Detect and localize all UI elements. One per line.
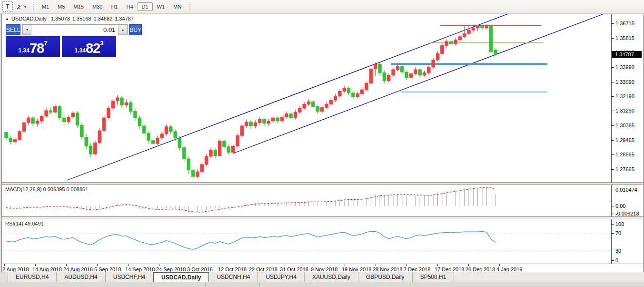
rsi-axis-label: 100 (615, 221, 624, 227)
macd-pane: MACD(12,26,9) 0.006395 0.008861 (2, 185, 611, 216)
timeframe-button-m1[interactable]: M1 (38, 2, 53, 11)
date-axis-label: 7 Dec 2018 (404, 266, 430, 272)
price-axis-label: 1.35815 (615, 35, 634, 41)
price-axis-label-tick (612, 140, 614, 141)
timeframe-button-m5[interactable]: M5 (53, 2, 69, 11)
cursor-arrows-button[interactable]: ▼ (14, 1, 29, 12)
diagonal-arrows-icon (16, 3, 23, 10)
chart-ohlc-header: ▲ USDCAD,Daily 1.35073 1.35168 1.34682 1… (5, 16, 134, 21)
price-axis-label-tick (612, 82, 614, 82)
macd-axis: 0.0104740.00-0.006218 (611, 185, 643, 216)
sell-button[interactable]: SELL (6, 24, 20, 35)
timeframe-button-mn[interactable]: MN (169, 2, 186, 11)
chart-tab-usdcnh-h4[interactable]: USDCNH,H4 (209, 272, 258, 282)
price-axis-label-tick (612, 125, 614, 126)
chart-tab-eurusd-h4[interactable]: EURUSD,H4 (8, 272, 57, 282)
price-axis[interactable]: 1.367151.358151.349151.339901.330901.321… (611, 14, 643, 182)
macd-canvas[interactable] (2, 185, 611, 216)
price-axis-label-tick (612, 169, 614, 170)
rsi-axis: 10070300 (611, 219, 643, 264)
buy-price-box[interactable]: 1.34 82 3 (62, 36, 116, 57)
chart-tabstrip: EURUSD,H4AUDUSD,H4USDCHF,H4USDCAD,DailyU… (0, 272, 644, 287)
chart-tab-usdjpy-h4[interactable]: USDJPY,H4 (258, 272, 304, 282)
chart-tab-xauusd-daily[interactable]: XAUUSD,Daily (305, 272, 358, 282)
price-axis-label-tick (612, 111, 614, 111)
volume-input[interactable] (31, 25, 118, 35)
chart-window: ▲ USDCAD,Daily 1.35073 1.35168 1.34682 1… (1, 14, 644, 272)
date-axis-label: 28 Nov 2018 (373, 266, 402, 272)
chart-tab-gbpusd-daily[interactable]: GBPUSD,Daily (358, 272, 413, 282)
one-click-trade-panel: SELL ▼ ▲ BUY 1.34 78 7 1.34 (6, 24, 116, 57)
date-tick (376, 264, 376, 266)
volume-stepper: ▼ ▲ (22, 24, 128, 35)
macd-axis-label-tick (612, 206, 614, 206)
date-axis-label: 26 Dec 2018 (466, 266, 495, 272)
date-tick (190, 264, 190, 266)
toolbar-grip[interactable] (32, 2, 35, 11)
price-axis-label-tick (612, 67, 614, 68)
sell-price-box[interactable]: 1.34 78 7 (6, 36, 60, 57)
buy-price-prefix: 1.34 (75, 46, 86, 55)
macd-axis-label-tick (612, 190, 614, 190)
macd-axis-label: 0.010474 (615, 187, 637, 193)
price-axis-label: 1.36715 (615, 20, 634, 26)
date-axis-label: 12 Oct 2018 (218, 266, 247, 272)
text-tool-button[interactable]: T (2, 1, 13, 12)
chart-tab-usdcad-daily[interactable]: USDCAD,Daily (153, 272, 209, 282)
date-axis-label: 14 Sep 2018 (125, 266, 155, 272)
date-axis-label: 4 Jan 2019 (496, 266, 522, 272)
date-axis-label: 24 Aug 2018 (63, 266, 93, 272)
channel-upper[interactable] (233, 14, 603, 154)
macd-axis-label-tick (612, 214, 614, 214)
date-tick (159, 264, 159, 266)
chart-tab-audusd-h4[interactable]: AUDUSD,H4 (57, 272, 105, 282)
chevron-down-icon: ▼ (23, 5, 27, 9)
date-tick (406, 264, 407, 266)
date-axis-label: 22 Oct 2018 (249, 266, 277, 272)
date-tick (97, 264, 98, 266)
timeframe-button-d1[interactable]: D1 (138, 2, 153, 11)
date-tick (221, 264, 221, 266)
price-axis-label: 1.33090 (615, 79, 634, 85)
date-axis-label: 17 Dec 2018 (435, 266, 464, 272)
chart-tab-usdchf-h4[interactable]: USDCHF,H4 (106, 272, 153, 282)
date-axis-label: 31 Oct 2018 (280, 266, 308, 272)
date-axis-label: 3 Oct 2018 (187, 266, 213, 272)
sell-price-big: 78 (30, 41, 44, 55)
ohlc-open: 1.35073 (51, 16, 70, 21)
channel-lower[interactable] (67, 14, 509, 180)
macd-label: MACD(12,26,9) 0.006395 0.008861 (5, 186, 88, 192)
price-axis-label-tick (612, 23, 614, 24)
timeframe-button-w1[interactable]: W1 (153, 2, 169, 11)
rsi-axis-label: 0 (615, 257, 618, 263)
volume-decrease-button[interactable]: ▼ (22, 25, 31, 35)
chart-tab-sp500-h1[interactable]: SP500,H1 (413, 272, 455, 282)
date-axis-label: 19 Nov 2018 (342, 266, 371, 272)
price-axis-label-tick (612, 154, 614, 155)
buy-button[interactable]: BUY (129, 24, 142, 35)
price-axis-label: 1.27665 (615, 166, 634, 172)
rsi-label: RSI(14) 49.0491 (5, 221, 44, 226)
timeframe-button-m30[interactable]: M30 (88, 2, 107, 11)
timeframe-button-h4[interactable]: H4 (122, 2, 137, 11)
date-tick (35, 264, 36, 266)
price-axis-label: 1.32190 (615, 93, 634, 99)
date-axis-label: 14 Aug 2018 (32, 266, 62, 272)
ohlc-high: 1.35168 (72, 16, 91, 21)
date-tick (468, 264, 469, 266)
date-axis-label: 5 Sep 2018 (94, 266, 121, 272)
date-tick (314, 264, 314, 266)
price-axis-label: 1.30365 (615, 123, 634, 128)
ohlc-low: 1.34682 (93, 16, 112, 21)
trade-panel-collapse-icon[interactable]: ▲ (5, 17, 9, 21)
timeframe-button-h1[interactable]: H1 (107, 2, 122, 11)
rsi-pane: RSI(14) 49.0491 (2, 219, 611, 264)
main-chart-pane: ▲ USDCAD,Daily 1.35073 1.35168 1.34682 1… (2, 14, 611, 182)
date-tick (4, 264, 5, 266)
volume-increase-button[interactable]: ▲ (118, 25, 127, 35)
timeframe-button-m15[interactable]: M15 (69, 2, 88, 11)
date-axis-label: 2 Aug 2018 (2, 266, 29, 272)
buy-price-big: 82 (86, 41, 100, 55)
rsi-canvas[interactable] (2, 219, 611, 264)
toolbar-grip-2[interactable] (188, 2, 191, 11)
